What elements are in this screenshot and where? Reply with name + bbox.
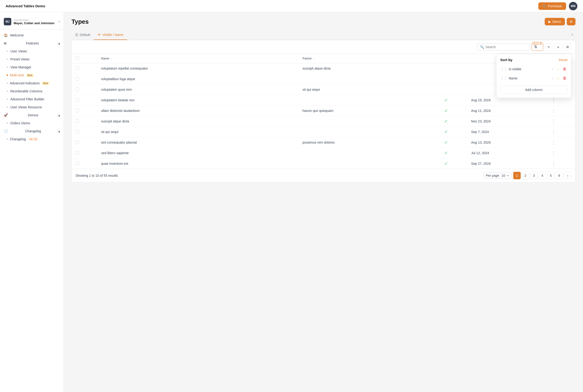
page-button-4[interactable]: 4: [538, 172, 546, 179]
per-page-select[interactable]: Per page 10 ▾: [483, 172, 511, 179]
row-date: Nov 23, 2024: [467, 116, 548, 127]
search-field[interactable]: 🔍: [477, 44, 530, 50]
visible-check-icon: ✓: [444, 108, 448, 113]
tab-label: Default: [80, 33, 90, 37]
shopping-cart-icon: 🛒: [542, 4, 546, 8]
row-date: Sep 7, 2024: [467, 127, 548, 137]
row-name: sit qui sequi: [97, 127, 299, 137]
row-menu-button[interactable]: ⋮: [551, 129, 556, 134]
page-button-3[interactable]: 3: [530, 172, 538, 179]
table-row: quae inventore est ✓ Sep 27, 2024 ⋮: [72, 158, 575, 169]
tab-default[interactable]: ☰ Default: [72, 30, 94, 40]
row-checkbox-cell: [72, 106, 97, 116]
col-header-name[interactable]: Name ↓: [97, 54, 299, 63]
sidebar-item-label: Multi-Sort: [10, 73, 24, 77]
sort-asc-icon[interactable]: ↑: [551, 67, 554, 72]
row-checkbox[interactable]: [76, 130, 79, 134]
sidebar-section-demos[interactable]: 🚀 Demos ▴: [0, 111, 64, 119]
sidebar-item-changelog[interactable]: Changelog v3.7.15: [2, 135, 64, 143]
settings-button[interactable]: ⚙: [567, 18, 576, 26]
sidebar-item-label: Advanced Indicators: [10, 81, 40, 85]
file-icon: 📄: [4, 129, 8, 133]
row-checkbox[interactable]: [76, 88, 79, 91]
sidebar-item-view-manager[interactable]: View Manager: [2, 63, 64, 71]
sidebar-item-advanced-filter-builder[interactable]: Advanced Filter Builder: [2, 95, 64, 103]
sidebar-section-changelog[interactable]: 📄 Changelog ▴: [0, 127, 64, 135]
row-checkbox[interactable]: [76, 151, 79, 155]
pagination-info: Showing 1 to 10 of 55 results: [76, 174, 118, 178]
team-label: Current team: [14, 18, 56, 22]
drag-handle-icon[interactable]: ⋮⋮: [500, 76, 507, 80]
sort-button[interactable]: 2 1 0 ⇅: [532, 43, 543, 51]
nav-dot: [6, 58, 8, 60]
row-name: sed libero sapiente: [97, 148, 299, 158]
nav-dot: [6, 106, 8, 108]
table-row: sit qui sequi ✓ Sep 7, 2024 ⋮: [72, 127, 575, 137]
page-button-2[interactable]: 2: [522, 172, 529, 179]
sidebar-item-welcome[interactable]: 🏠 Welcome: [0, 31, 64, 39]
sidebar-item-preset-views[interactable]: Preset Views: [2, 55, 64, 63]
sidebar-item-user-views-resource[interactable]: User Views Resource: [2, 103, 64, 111]
sort-desc-icon[interactable]: ↓: [556, 76, 560, 80]
demo-button[interactable]: ▶ Demo: [545, 18, 565, 26]
nav-dot: [6, 138, 8, 140]
row-checkbox[interactable]: [76, 66, 79, 70]
col-header-parent[interactable]: Parent ↓: [299, 54, 425, 63]
row-checkbox[interactable]: [76, 119, 79, 123]
row-checkbox[interactable]: [76, 77, 79, 80]
display-button[interactable]: ⊞: [564, 44, 572, 50]
sort-delete-icon[interactable]: 🗑: [562, 76, 568, 81]
per-page-value: 10: [502, 174, 505, 178]
tab-visible-name[interactable]: 👁 Visible / Name: [94, 30, 127, 40]
sort-desc-icon[interactable]: ↓: [556, 67, 560, 72]
row-visible: ✓: [424, 137, 467, 148]
sort-delete-icon[interactable]: 🗑: [562, 66, 568, 72]
team-selector[interactable]: MJ Current team Mayer, Collier and Johns…: [0, 16, 64, 30]
row-checkbox[interactable]: [76, 140, 79, 144]
sort-badge-cols: 0: [539, 42, 542, 45]
chevron-down-icon: ▾: [58, 20, 60, 23]
page-button-1[interactable]: 1: [513, 172, 521, 179]
view-tabs: ☰ Default 👁 Visible / Name +: [72, 30, 576, 40]
row-menu-button[interactable]: ⋮: [551, 140, 556, 145]
sidebar-item-user-views[interactable]: User Views: [2, 47, 64, 55]
add-column-button[interactable]: Add column: [500, 86, 568, 94]
columns-toggle-button[interactable]: ≡: [545, 44, 552, 50]
sort-row-name: ⋮⋮ Name ↑ ↓ 🗑: [500, 74, 568, 83]
chevron-up-icon: ▴: [58, 41, 60, 45]
sidebar-item-orders-demo[interactable]: Orders Demo: [2, 119, 64, 127]
row-menu-button[interactable]: ⋮: [551, 119, 556, 124]
user-avatar[interactable]: MM: [569, 2, 577, 10]
sort-col-label: Name: [509, 76, 549, 80]
page-button-6[interactable]: 6: [556, 172, 563, 179]
sidebar-item-advanced-indicators[interactable]: Advanced Indicators Beta: [2, 79, 64, 87]
sidebar-item-reorderable-columns[interactable]: Reorderable Columns: [2, 87, 64, 95]
chevron-down-icon: ▾: [507, 174, 509, 178]
row-checkbox[interactable]: [76, 162, 79, 165]
drag-handle-icon[interactable]: ⋮⋮: [500, 67, 507, 71]
row-menu-button[interactable]: ⋮: [551, 108, 556, 113]
sort-asc-icon[interactable]: ↑: [551, 76, 554, 80]
section-label: Demos: [28, 113, 38, 117]
search-input[interactable]: [486, 45, 526, 49]
sort-reset-button[interactable]: Reset: [559, 58, 568, 62]
row-visible: ✓: [424, 148, 467, 158]
sidebar-item-multi-sort[interactable]: Multi-Sort Beta: [2, 71, 64, 79]
row-checkbox[interactable]: [76, 108, 79, 112]
filter-button[interactable]: ⊿: [554, 44, 562, 50]
page-next-button[interactable]: ›: [564, 172, 572, 179]
row-menu-button[interactable]: ⋮: [551, 161, 556, 166]
row-checkbox[interactable]: [76, 98, 79, 102]
sort-dropdown-header: Sort by Reset: [500, 58, 568, 62]
top-nav: Advanced Tables Demo 🛒 Purchase MM: [0, 0, 583, 12]
sort-row-is-visible: ⋮⋮ Is visible ↑ ↓ 🗑: [500, 65, 568, 74]
page-button-5[interactable]: 5: [547, 172, 554, 179]
purchase-button[interactable]: 🛒 Purchase: [538, 2, 566, 10]
row-menu-button[interactable]: ⋮: [551, 150, 556, 156]
add-tab-button[interactable]: +: [569, 30, 576, 39]
row-parent: [299, 74, 425, 84]
row-menu-button[interactable]: ⋮: [551, 98, 556, 103]
select-all-checkbox[interactable]: [76, 56, 79, 60]
features-group: User Views Preset Views View Manager Mul…: [0, 47, 64, 111]
sidebar-section-features[interactable]: ⊞ Features ▴: [0, 39, 64, 47]
